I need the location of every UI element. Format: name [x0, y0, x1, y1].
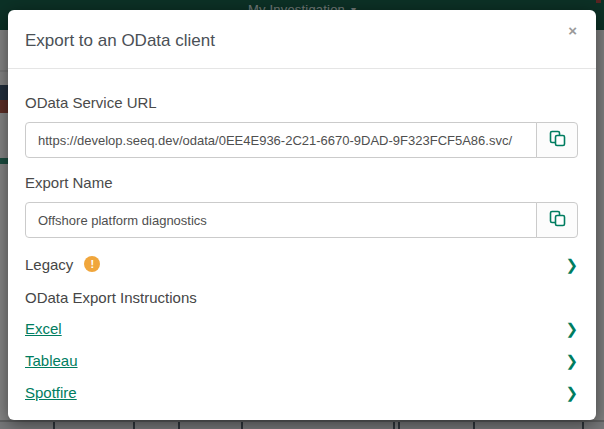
chevron-right-icon[interactable]: ❯ — [565, 385, 578, 400]
copy-icon — [549, 210, 566, 230]
spotfire-link[interactable]: Spotfire — [25, 384, 77, 401]
tableau-link[interactable]: Tableau — [25, 352, 78, 369]
close-icon[interactable]: × — [568, 23, 577, 38]
service-url-group — [25, 122, 578, 158]
excel-link[interactable]: Excel — [25, 320, 62, 337]
warning-icon[interactable]: ! — [84, 256, 100, 272]
chevron-right-icon[interactable]: ❯ — [565, 353, 578, 368]
modal-header: Export to an OData client × — [8, 10, 596, 69]
spotfire-instructions-row[interactable]: Spotfire ❯ — [25, 382, 578, 403]
modal-title: Export to an OData client — [25, 31, 576, 51]
instructions-heading: OData Export Instructions — [25, 289, 578, 306]
legacy-label: Legacy — [25, 256, 73, 273]
chevron-right-icon[interactable]: ❯ — [565, 321, 578, 336]
service-url-input[interactable] — [25, 122, 537, 158]
odata-export-modal: Export to an OData client × OData Servic… — [8, 10, 596, 420]
copy-icon — [549, 130, 566, 150]
legacy-section-toggle[interactable]: Legacy ! ❯ — [25, 253, 578, 275]
export-name-label: Export Name — [25, 173, 578, 193]
excel-instructions-row[interactable]: Excel ❯ — [25, 318, 578, 339]
copy-service-url-button[interactable] — [536, 122, 578, 158]
tableau-instructions-row[interactable]: Tableau ❯ — [25, 350, 578, 371]
chevron-right-icon[interactable]: ❯ — [565, 257, 578, 272]
modal-body: OData Service URL Export Name — [8, 69, 596, 414]
export-name-group — [25, 202, 578, 238]
copy-export-name-button[interactable] — [536, 202, 578, 238]
export-name-input[interactable] — [25, 202, 537, 238]
service-url-label: OData Service URL — [25, 93, 578, 113]
